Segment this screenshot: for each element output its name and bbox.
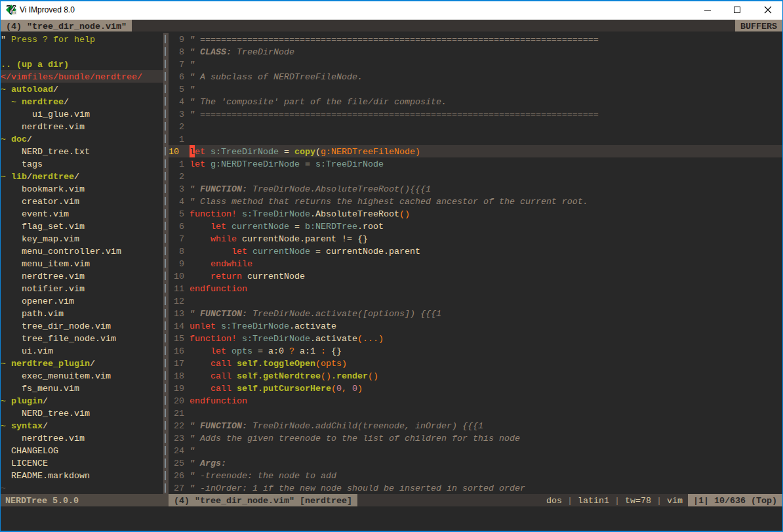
svg-text:im: im — [11, 10, 16, 14]
